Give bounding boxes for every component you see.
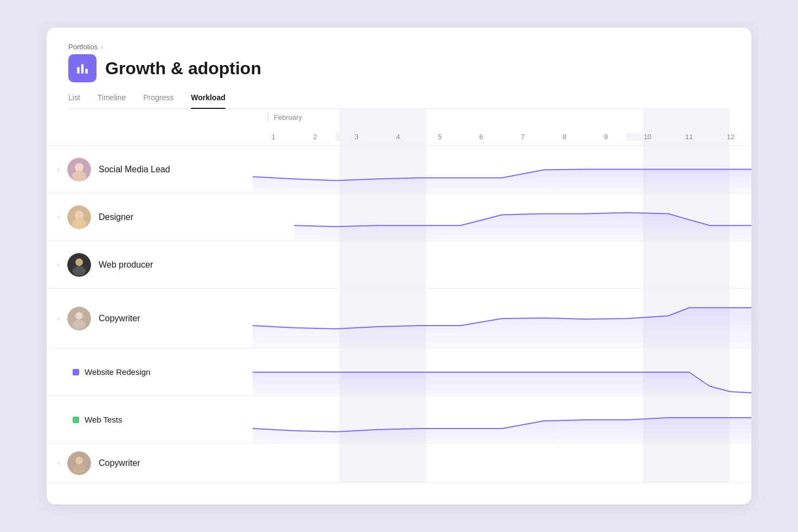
day-11: 11: [668, 133, 710, 141]
person-name-webproducer: Web producer: [99, 260, 153, 270]
day-1: 1: [253, 133, 294, 141]
person-left-webproducer: › Web producer: [47, 253, 253, 277]
chart-area-redesign: [253, 348, 751, 396]
header-left-spacer: [47, 109, 253, 145]
expand-icon-copywriter[interactable]: ›: [57, 315, 60, 322]
bar-chart-icon: [75, 61, 89, 75]
shade-webproducer-10-11: [643, 241, 730, 288]
svg-point-5: [72, 171, 86, 181]
chart-area-copywriter: [253, 289, 751, 348]
project-left-webtests: Web Tests: [47, 415, 253, 424]
dot-website-redesign: [73, 369, 79, 375]
chart-copywriter: [253, 289, 751, 348]
chart-area-social: [253, 146, 751, 193]
avatar-copywriter: [67, 307, 91, 330]
svg-point-16: [75, 457, 83, 464]
day-9: 9: [585, 133, 627, 141]
expand-icon-designer[interactable]: ›: [57, 213, 60, 221]
person-left-designer: › Designer: [47, 205, 253, 229]
day-4: 4: [377, 133, 419, 141]
row-web-producer: › Web producer: [47, 241, 751, 289]
day-6: 6: [460, 133, 502, 141]
breadcrumb: Portfolios ›: [68, 43, 730, 51]
day-5: 5: [419, 133, 461, 141]
person-name-designer: Designer: [99, 212, 133, 222]
person-left-social: › Social Media Lead: [47, 158, 253, 181]
avatar-designer: [67, 205, 91, 229]
chart-area-designer: [253, 193, 751, 241]
title-row: Growth & adoption: [68, 54, 730, 82]
avatar-copywriter2: [67, 451, 91, 475]
day-10: 10: [627, 133, 668, 141]
main-card: Portfolios › Growth & adoption List Time…: [47, 28, 751, 504]
chart-website-redesign: [253, 348, 751, 396]
day-2: 2: [294, 133, 336, 141]
svg-rect-2: [85, 69, 87, 74]
svg-point-4: [75, 163, 83, 172]
row-copywriter-2: › Copywriter: [47, 444, 751, 483]
page-header: Portfolios › Growth & adoption List Time…: [47, 28, 751, 109]
person-left-copywriter: › Copywriter: [47, 289, 253, 348]
chart-web-tests: [253, 396, 751, 444]
shade-webproducer-3-4: [339, 241, 426, 288]
svg-point-13: [75, 312, 83, 320]
row-website-redesign: Website Redesign: [47, 348, 751, 396]
workload-grid: February 1 2 3 4 5 6 7 8 9 10 11 12: [47, 109, 751, 483]
chart-area-webtests: [253, 396, 751, 444]
tab-workload[interactable]: Workload: [191, 93, 226, 108]
person-left-copywriter2: › Copywriter: [47, 451, 253, 475]
page-title: Growth & adoption: [105, 59, 261, 79]
svg-point-8: [72, 218, 86, 229]
row-social-media-lead: › Social Media Lead: [47, 146, 751, 193]
svg-point-7: [75, 211, 83, 219]
svg-point-10: [75, 258, 83, 266]
tab-timeline[interactable]: Timeline: [98, 93, 126, 108]
expand-icon-social[interactable]: ›: [57, 166, 60, 173]
page-icon: [68, 54, 96, 82]
chart-social-media-lead: [253, 146, 751, 193]
svg-rect-1: [81, 64, 83, 73]
tab-bar: List Timeline Progress Workload: [68, 93, 730, 109]
project-left-redesign: Website Redesign: [47, 367, 253, 377]
chart-designer: [253, 193, 751, 241]
tab-progress[interactable]: Progress: [143, 93, 173, 108]
person-name-social: Social Media Lead: [99, 165, 170, 174]
row-copywriter: › Copywriter: [47, 289, 751, 348]
avatar-social: [67, 158, 91, 181]
breadcrumb-chevron-icon: ›: [101, 44, 103, 50]
day-3: 3: [336, 133, 377, 141]
svg-point-14: [73, 320, 86, 329]
svg-point-17: [73, 464, 86, 474]
project-name-webtests: Web Tests: [85, 415, 122, 424]
row-web-tests: Web Tests: [47, 396, 751, 444]
tab-list[interactable]: List: [68, 93, 80, 108]
day-8: 8: [544, 133, 585, 141]
day-7: 7: [502, 133, 544, 141]
day-12: 12: [710, 133, 751, 141]
grid-header-row: February 1 2 3 4 5 6 7 8 9 10 11 12: [47, 109, 751, 146]
avatar-webproducer: [67, 253, 91, 277]
month-label: February: [268, 113, 302, 121]
project-name-redesign: Website Redesign: [85, 367, 150, 377]
shade-copy2-10-11: [643, 444, 730, 482]
svg-point-11: [73, 266, 86, 276]
chart-area-copywriter2: [253, 444, 751, 482]
person-name-copywriter: Copywriter: [99, 314, 140, 323]
breadcrumb-parent[interactable]: Portfolios: [68, 43, 98, 51]
person-name-copywriter2: Copywriter: [99, 458, 140, 468]
dot-web-tests: [73, 417, 79, 423]
expand-icon-copywriter2[interactable]: ›: [57, 459, 60, 467]
days-row: 1 2 3 4 5 6 7 8 9 10 11 12: [253, 133, 751, 141]
header-right: February 1 2 3 4 5 6 7 8 9 10 11 12: [253, 109, 751, 145]
svg-rect-0: [77, 67, 79, 74]
expand-icon-webproducer[interactable]: ›: [57, 261, 60, 269]
shade-copy2-3-4: [339, 444, 426, 482]
chart-area-webproducer: [253, 241, 751, 288]
row-designer: › Designer: [47, 193, 751, 241]
